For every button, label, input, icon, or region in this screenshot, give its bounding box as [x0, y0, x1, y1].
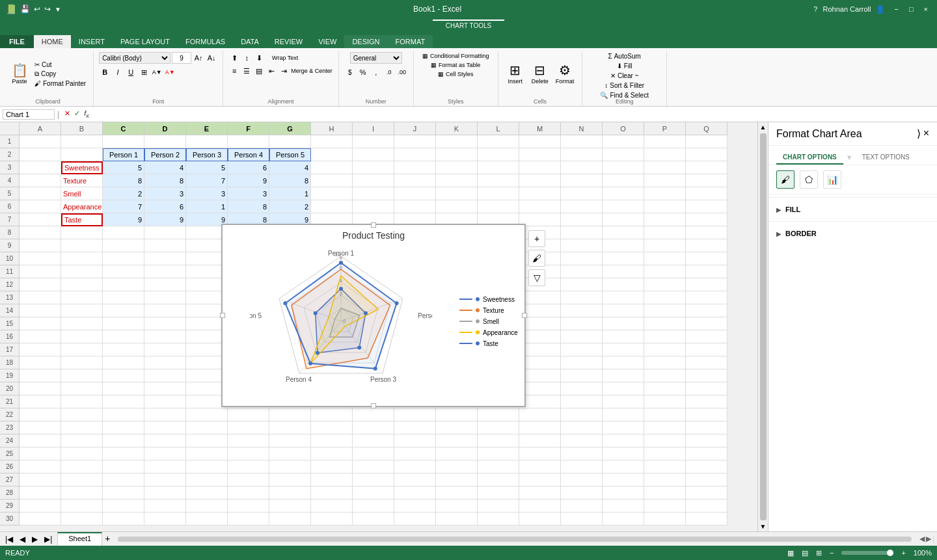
zoom-in-button[interactable]: + — [901, 549, 905, 557]
name-box[interactable] — [3, 109, 55, 120]
cell-H5[interactable] — [311, 187, 353, 200]
cell-C13[interactable] — [103, 291, 144, 304]
row-num-15[interactable]: 15 — [0, 317, 20, 330]
cell-O19[interactable] — [603, 369, 644, 382]
tab-data[interactable]: DATA — [233, 35, 267, 48]
tab-insert[interactable]: INSERT — [71, 35, 113, 48]
cell-A11[interactable] — [20, 265, 61, 278]
cell-D9[interactable] — [144, 239, 186, 252]
cell-I30[interactable] — [353, 513, 394, 526]
cell-C17[interactable] — [103, 343, 144, 356]
chart-elements-button[interactable]: + — [528, 230, 545, 247]
cell-O9[interactable] — [603, 239, 644, 252]
cell-P9[interactable] — [644, 239, 686, 252]
cell-I1[interactable] — [353, 135, 394, 148]
col-N[interactable]: N — [561, 122, 603, 135]
undo-icon[interactable]: ↩ — [34, 5, 40, 14]
cell-Q18[interactable] — [686, 356, 727, 369]
nav-last-sheet[interactable]: ▶| — [42, 533, 55, 545]
cell-A26[interactable] — [20, 460, 61, 473]
row-num-20[interactable]: 20 — [0, 382, 20, 395]
cell-N20[interactable] — [561, 382, 603, 395]
cell-H6[interactable] — [311, 200, 353, 213]
row-num-2[interactable]: 2 — [0, 148, 20, 161]
cell-A30[interactable] — [20, 513, 61, 526]
cell-B19[interactable] — [61, 369, 103, 382]
cell-F2[interactable]: Person 4 — [228, 148, 269, 161]
cell-M2[interactable] — [519, 148, 561, 161]
cell-A6[interactable] — [20, 200, 61, 213]
cell-G25[interactable] — [269, 447, 311, 460]
view-page-break-icon[interactable]: ⊞ — [816, 549, 822, 557]
cell-C20[interactable] — [103, 382, 144, 395]
conditional-formatting-button[interactable]: ▦ Conditional Formatting — [420, 52, 491, 60]
minimize-button[interactable]: − — [890, 4, 902, 14]
row-num-25[interactable]: 25 — [0, 447, 20, 460]
quick-save-icon[interactable]: 💾 — [20, 5, 30, 14]
cell-P24[interactable] — [644, 434, 686, 447]
chart-styles-button[interactable]: 🖌 — [528, 250, 545, 267]
cell-F3[interactable]: 6 — [228, 161, 269, 174]
help-icon[interactable]: ? — [813, 5, 817, 13]
cell-L22[interactable] — [478, 408, 519, 421]
align-bottom-button[interactable]: ⬇ — [253, 52, 265, 64]
cell-D3[interactable]: 4 — [144, 161, 186, 174]
cell-J4[interactable] — [394, 174, 436, 187]
view-normal-icon[interactable]: ▦ — [787, 549, 794, 557]
cell-D14[interactable] — [144, 304, 186, 317]
cell-N28[interactable] — [561, 487, 603, 500]
cell-G29[interactable] — [269, 500, 311, 513]
cell-N13[interactable] — [561, 291, 603, 304]
cell-D17[interactable] — [144, 343, 186, 356]
cell-A29[interactable] — [20, 500, 61, 513]
cell-N7[interactable] — [561, 213, 603, 226]
cell-B23[interactable] — [61, 421, 103, 434]
cell-G6[interactable]: 2 — [269, 200, 311, 213]
cell-C1[interactable] — [103, 135, 144, 148]
row-num-8[interactable]: 8 — [0, 226, 20, 239]
cell-H25[interactable] — [311, 447, 353, 460]
cell-H27[interactable] — [311, 473, 353, 487]
cell-B15[interactable] — [61, 317, 103, 330]
cell-D12[interactable] — [144, 278, 186, 291]
cell-K30[interactable] — [436, 513, 478, 526]
cell-L4[interactable] — [478, 174, 519, 187]
col-E[interactable]: E — [186, 122, 228, 135]
col-F[interactable]: F — [228, 122, 269, 135]
cell-I22[interactable] — [353, 408, 394, 421]
format-as-table-button[interactable]: ▦ Format as Table — [429, 61, 482, 69]
autosum-button[interactable]: Σ AutoSum — [606, 52, 643, 60]
percent-button[interactable]: % — [357, 66, 369, 78]
col-C[interactable]: C — [103, 122, 144, 135]
sheet-tab-sheet1[interactable]: Sheet1 — [57, 532, 102, 546]
customize-icon[interactable]: ▼ — [55, 6, 61, 13]
cell-Q21[interactable] — [686, 395, 727, 408]
cell-P1[interactable] — [644, 135, 686, 148]
nav-first-sheet[interactable]: |◀ — [3, 533, 16, 545]
cell-P23[interactable] — [644, 421, 686, 434]
vertical-scrollbar[interactable]: ▲ ▼ — [757, 122, 768, 531]
cell-I24[interactable] — [353, 434, 394, 447]
row-num-22[interactable]: 22 — [0, 408, 20, 421]
cell-P6[interactable] — [644, 200, 686, 213]
cell-Q9[interactable] — [686, 239, 727, 252]
cell-P27[interactable] — [644, 473, 686, 487]
cell-K29[interactable] — [436, 500, 478, 513]
sort-filter-button[interactable]: ↕ Sort & Filter — [603, 81, 646, 90]
cell-L27[interactable] — [478, 473, 519, 487]
col-K[interactable]: K — [436, 122, 478, 135]
cell-D2[interactable]: Person 2 — [144, 148, 186, 161]
cell-D5[interactable]: 3 — [144, 187, 186, 200]
cell-F27[interactable] — [228, 473, 269, 487]
decrease-decimal-button[interactable]: .0 — [383, 66, 395, 78]
row-num-9[interactable]: 9 — [0, 239, 20, 252]
cell-M29[interactable] — [519, 500, 561, 513]
increase-decimal-button[interactable]: .00 — [396, 66, 408, 78]
cell-Q24[interactable] — [686, 434, 727, 447]
cell-M23[interactable] — [519, 421, 561, 434]
cell-O2[interactable] — [603, 148, 644, 161]
cell-H29[interactable] — [311, 500, 353, 513]
cell-B13[interactable] — [61, 291, 103, 304]
cell-A3[interactable] — [20, 161, 61, 174]
cell-B11[interactable] — [61, 265, 103, 278]
